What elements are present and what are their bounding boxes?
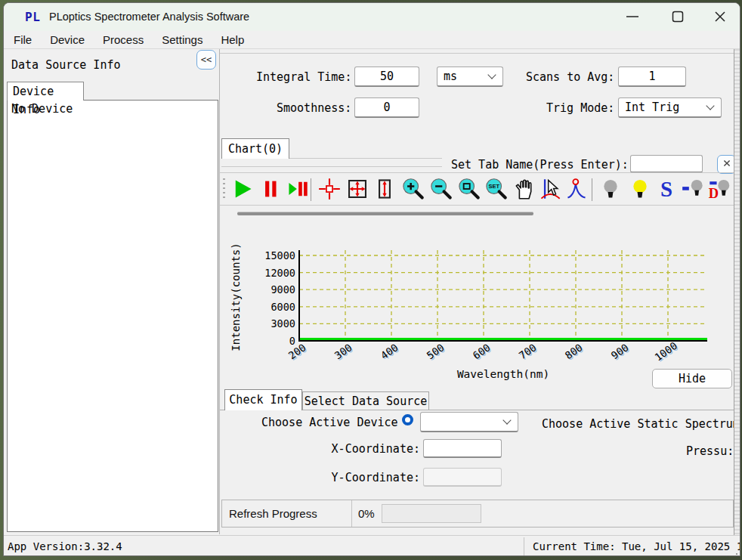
app-version-text: App Version:3.32.4 — [8, 540, 122, 552]
pan-hand-button[interactable] — [512, 178, 534, 200]
zoom-in-button[interactable] — [401, 178, 424, 200]
play-icon — [231, 178, 254, 200]
integral-unit-value: ms — [437, 70, 489, 83]
x-axis-label: Wavelength(nm) — [457, 368, 549, 380]
maximize-button[interactable] — [660, 5, 695, 29]
y-coordinate-input — [423, 468, 502, 487]
peak-marker-icon — [565, 178, 588, 200]
menu-item-process[interactable]: Process — [100, 33, 146, 46]
y-tick-label: 9000 — [271, 283, 295, 295]
menu-item-file[interactable]: File — [11, 33, 34, 46]
center-cursor-icon — [318, 178, 341, 200]
center-cursor-button[interactable] — [318, 178, 341, 200]
set-tab-name-label: Set Tab Name(Press Enter): — [451, 158, 628, 172]
fit-all-icon — [346, 178, 369, 200]
scroll-strip[interactable] — [734, 49, 740, 535]
y-tick-label: 6000 — [271, 301, 295, 313]
menu-item-settings[interactable]: Settings — [159, 33, 205, 46]
window-title: PLoptics Spectrometer Analysis Software — [49, 11, 249, 23]
collapse-panel-button[interactable]: << — [196, 50, 216, 70]
scans-to-avg-label: Scans to Avg: — [526, 70, 614, 84]
smoothness-label: Smoothness: — [277, 101, 351, 115]
panel-title: Data Source Info — [11, 58, 121, 72]
maximize-icon — [668, 7, 688, 26]
refresh-progress-label: Refresh Progress — [229, 507, 317, 520]
close-icon — [720, 156, 734, 170]
app-window: PL PLoptics Spectrometer Analysis Softwa… — [3, 2, 740, 556]
cursor-track-icon — [539, 178, 561, 200]
minimize-button[interactable] — [615, 5, 650, 29]
subtract-dark-icon: D — [708, 178, 731, 200]
tab-device-info[interactable]: Device Info — [7, 82, 84, 101]
x-coordinate-label: X-Coordinate: — [329, 442, 420, 456]
y-tick-label: 12000 — [264, 267, 295, 279]
x-tick-label: 600 — [471, 341, 493, 361]
subtract-dark-button[interactable]: D — [708, 178, 731, 200]
zoom-set-button[interactable]: SET — [484, 178, 507, 200]
title-bar: PL PLoptics Spectrometer Analysis Softwa… — [4, 3, 740, 31]
integral-time-input[interactable] — [354, 67, 419, 87]
lamp-on-button[interactable] — [629, 178, 651, 200]
zoom-out-button[interactable] — [429, 178, 452, 200]
zoom-out-icon — [429, 178, 452, 200]
svg-text:S: S — [660, 178, 672, 200]
menu-item-help[interactable]: Help — [218, 33, 246, 46]
zoom-in-icon — [401, 178, 424, 200]
toolbar-separator — [311, 178, 311, 201]
smoothness-input[interactable] — [354, 97, 419, 118]
fit-all-button[interactable] — [346, 178, 369, 200]
integral-time-label: Integral Time: — [256, 70, 351, 84]
scans-to-avg-input[interactable] — [618, 67, 686, 87]
divider — [220, 205, 740, 206]
close-button[interactable] — [703, 5, 737, 29]
x-tick-label: 400 — [379, 341, 400, 361]
refresh-progress-group: Refresh Progress 0% — [221, 500, 734, 528]
device-list[interactable]: No Device — [7, 100, 218, 532]
single-scan-icon — [286, 178, 309, 200]
divider — [351, 500, 352, 527]
pressure-label: Pressu: — [686, 444, 734, 458]
trig-mode-select[interactable]: Int Trig — [618, 97, 722, 118]
hide-button[interactable]: Hide — [652, 369, 732, 388]
menu-bar: File Device Process Settings Help — [4, 31, 740, 49]
progress-bar — [382, 504, 481, 523]
y-tick-label: 3000 — [271, 317, 295, 330]
trig-mode-label: Trig Mode: — [546, 101, 614, 115]
divider — [220, 172, 740, 173]
fit-vertical-icon — [373, 178, 396, 200]
menu-item-device[interactable]: Device — [48, 33, 87, 46]
tab-check-info[interactable]: Check Info — [224, 389, 302, 410]
toolbar-grip[interactable] — [223, 178, 225, 201]
pause-icon — [259, 178, 282, 200]
subtract-reference-icon — [682, 178, 704, 200]
peak-marker-button[interactable] — [565, 178, 588, 200]
minimize-icon — [623, 7, 642, 26]
lamp-on-icon — [629, 178, 651, 200]
chart-toolbar: SETSD — [220, 175, 740, 206]
y-coordinate-label: Y-Coordinate: — [329, 471, 420, 484]
integral-unit-select[interactable]: ms — [437, 67, 503, 87]
tab-select-data-source[interactable]: Select Data Source — [302, 391, 429, 410]
zoom-rect-button[interactable] — [457, 178, 480, 200]
subtract-reference-button[interactable] — [682, 178, 704, 200]
lamp-off-button[interactable] — [599, 178, 622, 200]
chart-axes — [299, 250, 707, 341]
choose-active-device-label: Choose Active Device — [261, 416, 397, 429]
svg-text:SET: SET — [488, 183, 499, 190]
cursor-track-button[interactable] — [539, 178, 561, 200]
set-tab-name-input[interactable] — [630, 155, 703, 173]
active-device-radio[interactable] — [402, 414, 413, 425]
choose-active-static-label: Choose Active Static Spectrum — [542, 417, 734, 431]
divider — [221, 166, 442, 167]
play-button[interactable] — [231, 178, 254, 200]
active-device-select[interactable] — [420, 412, 518, 432]
resize-grip[interactable] — [736, 553, 737, 555]
fit-vertical-button[interactable] — [373, 178, 396, 200]
x-coordinate-input[interactable] — [423, 439, 502, 458]
splitter-handle[interactable] — [237, 212, 533, 215]
static-spectrum-s-button[interactable]: S — [655, 178, 678, 200]
pause-button[interactable] — [259, 178, 282, 200]
single-scan-button[interactable] — [286, 178, 309, 200]
tab-chart-0[interactable]: Chart(0) — [221, 138, 289, 159]
divider — [220, 53, 740, 54]
